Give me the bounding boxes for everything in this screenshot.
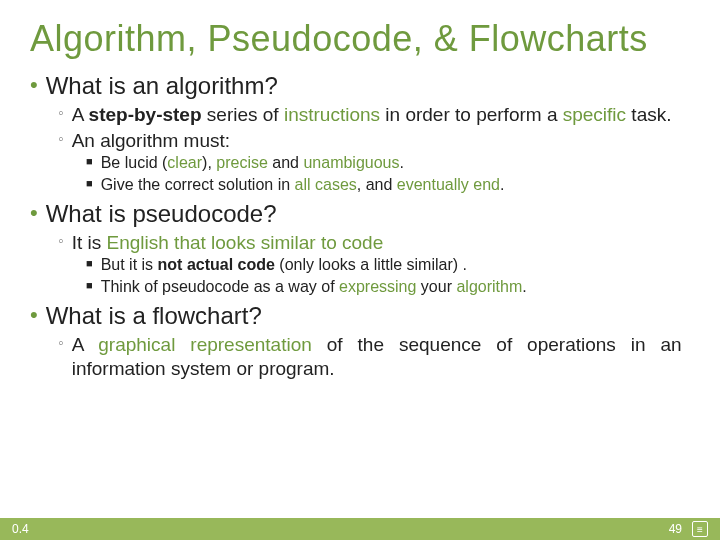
point-item: ■But it is not actual code (only looks a… xyxy=(86,255,690,276)
point-item: ■Think of pseudocode as a way of express… xyxy=(86,277,690,298)
slide: Algorithm, Pseudocode, & Flowcharts •Wha… xyxy=(0,0,720,540)
bullet-icon: • xyxy=(30,72,38,98)
ring-bullet-icon: ◦ xyxy=(58,103,64,124)
section: •What is an algorithm?◦A step-by-step se… xyxy=(30,72,690,196)
section-heading: What is a flowchart? xyxy=(46,302,262,331)
slide-title: Algorithm, Pseudocode, & Flowcharts xyxy=(0,0,720,68)
point-text: Think of pseudocode as a way of expressi… xyxy=(101,277,527,298)
square-bullet-icon: ■ xyxy=(86,277,93,295)
sub-item: ◦A step-by-step series of instructions i… xyxy=(58,103,690,127)
content-list: •What is an algorithm?◦A step-by-step se… xyxy=(30,72,690,380)
footer-bar: 0.4 49 ≡ xyxy=(0,518,720,540)
sub-text: A step-by-step series of instructions in… xyxy=(72,103,672,127)
footer-left: 0.4 xyxy=(12,522,29,536)
footer-right: 49 ≡ xyxy=(669,521,708,537)
page-number: 49 xyxy=(669,522,682,536)
sub-list: ◦A step-by-step series of instructions i… xyxy=(30,103,690,196)
square-bullet-icon: ■ xyxy=(86,153,93,171)
sub-text: It is English that looks similar to code xyxy=(72,231,384,255)
bullet-icon: • xyxy=(30,200,38,226)
point-item: ■Be lucid (clear), precise and unambiguo… xyxy=(86,153,690,174)
point-text: Give the correct solution in all cases, … xyxy=(101,175,505,196)
ring-bullet-icon: ◦ xyxy=(58,231,64,252)
section-heading: What is an algorithm? xyxy=(46,72,278,101)
bullet-icon: • xyxy=(30,302,38,328)
slide-badge-icon: ≡ xyxy=(692,521,708,537)
sub-item: ◦A graphical representation of the seque… xyxy=(58,333,690,381)
square-bullet-icon: ■ xyxy=(86,255,93,273)
section-heading: What is pseudocode? xyxy=(46,200,277,229)
square-bullet-icon: ■ xyxy=(86,175,93,193)
slide-body: •What is an algorithm?◦A step-by-step se… xyxy=(0,72,720,380)
sub-item: ◦An algorithm must:■Be lucid (clear), pr… xyxy=(58,129,690,196)
sub-text: A graphical representation of the sequen… xyxy=(72,333,682,381)
point-text: But it is not actual code (only looks a … xyxy=(101,255,467,276)
point-item: ■Give the correct solution in all cases,… xyxy=(86,175,690,196)
points-list: ■Be lucid (clear), precise and unambiguo… xyxy=(58,153,690,196)
section: •What is pseudocode?◦It is English that … xyxy=(30,200,690,298)
point-text: Be lucid (clear), precise and unambiguou… xyxy=(101,153,404,174)
sub-list: ◦A graphical representation of the seque… xyxy=(30,333,690,381)
ring-bullet-icon: ◦ xyxy=(58,333,64,354)
sub-text: An algorithm must: xyxy=(72,129,230,153)
sub-item: ◦It is English that looks similar to cod… xyxy=(58,231,690,298)
section: •What is a flowchart?◦A graphical repres… xyxy=(30,302,690,380)
points-list: ■But it is not actual code (only looks a… xyxy=(58,255,690,298)
sub-list: ◦It is English that looks similar to cod… xyxy=(30,231,690,298)
ring-bullet-icon: ◦ xyxy=(58,129,64,150)
